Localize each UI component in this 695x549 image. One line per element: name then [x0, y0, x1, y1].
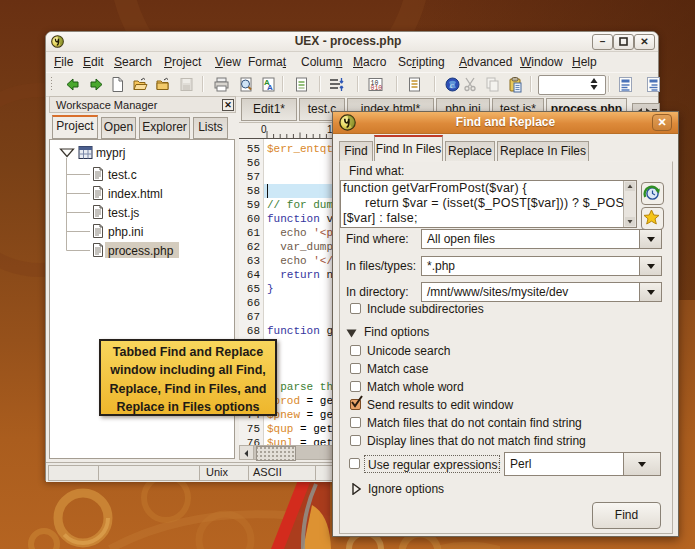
svg-text:010: 010	[371, 85, 383, 92]
svg-text:A: A	[267, 83, 273, 92]
svg-text:c: c	[450, 81, 454, 90]
